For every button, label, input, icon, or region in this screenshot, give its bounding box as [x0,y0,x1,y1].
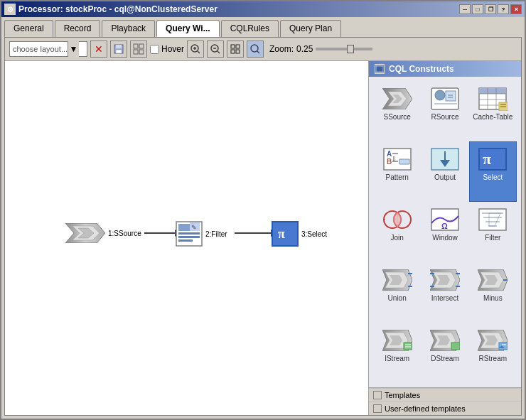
save-button[interactable] [110,41,127,58]
select-construct-icon: π [478,146,508,172]
hover-checkbox-group: Hover [150,44,184,54]
svg-rect-17 [236,50,240,53]
hover-checkbox[interactable] [150,45,159,54]
construct-window[interactable]: Ω Window [421,202,468,262]
construct-dstream[interactable]: DStream [421,323,468,383]
construct-select[interactable]: π Select [469,141,517,202]
svg-rect-14 [231,45,235,48]
svg-text:π: π [483,150,491,168]
right-panel: CQL Constructs [368,61,521,415]
tab-querywin[interactable]: Query Wi... [156,20,220,37]
rstream-construct-icon [478,328,508,353]
construct-minus[interactable]: Minus [469,262,517,323]
minus-construct-icon [478,267,508,293]
tab-queryplan[interactable]: Query Plan [280,20,341,37]
construct-union-label: Union [388,294,407,302]
construct-union[interactable]: Union [373,262,421,323]
svg-text:π: π [278,227,285,241]
construct-window-label: Window [432,234,458,242]
grid-button[interactable] [130,41,147,58]
tab-record[interactable]: Record [55,20,101,37]
zoom-slider-container [316,48,372,50]
svg-rect-31 [375,65,384,72]
construct-filter[interactable]: Filter [469,202,517,262]
maximize-button[interactable]: □ [472,4,483,14]
svg-text:Ω: Ω [441,222,448,230]
rsource-construct-icon [430,86,460,112]
panel-title: CQL Constructs [389,64,454,74]
templates-icon [373,391,382,399]
templates-label: Templates [385,391,420,399]
svg-rect-94 [404,343,412,350]
dstream-construct-icon [430,328,460,353]
svg-rect-1 [116,45,122,48]
minimize-button[interactable]: ─ [459,4,471,14]
svg-rect-24 [178,224,190,231]
svg-rect-5 [134,50,138,54]
svg-rect-104 [499,343,508,350]
main-window: ⚙ Processor: stockProc - cql@NonClustere… [0,0,526,420]
constructs-grid: SSource [369,77,521,387]
construct-filter-label: Filter [485,234,500,242]
node-ssource[interactable]: 1:SSource [65,223,141,243]
construct-ssource-label: SSource [383,113,410,121]
zoom-section: Zoom: 0.25 [269,44,313,54]
svg-rect-2 [116,50,122,53]
user-defined-templates-item[interactable]: User-defined templates [369,402,521,415]
arrow-filter-select [235,232,272,234]
construct-join[interactable]: Join [373,202,421,262]
layout-dropdown[interactable]: choose layout... ▼ [9,41,87,57]
construct-dstream-label: DStream [431,355,458,362]
fit-button[interactable] [227,41,244,58]
title-bar: ⚙ Processor: stockProc - cql@NonClustere… [1,1,525,17]
close-button[interactable]: ✕ [510,4,522,14]
canvas[interactable]: 1:SSource ✎ [5,61,368,415]
svg-text:B: B [387,158,392,166]
construct-output[interactable]: Output [421,141,468,202]
join-construct-icon [382,207,412,232]
svg-rect-4 [139,44,144,48]
zoom-in-button[interactable] [187,41,204,58]
construct-select-label: Select [483,173,503,181]
tab-cqlrules[interactable]: CQLRules [221,20,279,37]
svg-line-10 [198,51,200,53]
construct-rstream[interactable]: RStream [469,323,517,383]
construct-ssource[interactable]: SSource [373,81,421,141]
svg-rect-100 [451,343,460,350]
construct-istream[interactable]: IStream [373,323,421,383]
svg-rect-6 [139,50,144,54]
construct-rsource[interactable]: RSource [421,81,468,141]
tab-playback[interactable]: Playback [102,20,155,37]
construct-rsource-label: RSource [431,113,459,121]
node-filter[interactable]: ✎ 2:Filter [176,221,227,247]
restore-button[interactable]: ❐ [485,4,496,14]
delete-button[interactable]: ✕ [90,41,107,58]
zoom-slider[interactable] [316,48,372,50]
help-button[interactable]: ? [498,4,509,14]
svg-point-18 [251,45,258,52]
svg-line-13 [218,51,220,53]
tab-general[interactable]: General [4,20,53,37]
construct-intersect-label: Intersect [431,294,458,302]
zoom-thumb[interactable] [347,45,354,53]
output-construct-icon [430,146,460,172]
construct-cache-table[interactable]: Cache-Table [469,81,517,141]
panel-header: CQL Constructs [369,61,521,77]
layout-label: choose layout... [13,45,68,53]
dropdown-arrow[interactable]: ▼ [68,41,79,57]
svg-marker-58 [399,159,409,164]
construct-pattern[interactable]: A B Pattern [373,141,421,202]
intersect-construct-icon [430,267,460,293]
search-button[interactable] [247,41,264,58]
node-select[interactable]: π 3:Select [272,221,327,247]
construct-istream-label: IStream [385,355,409,362]
svg-rect-3 [134,44,138,48]
filter-construct-icon [478,207,508,232]
zoom-out-button[interactable] [207,41,224,58]
window-title: Processor: stockProc - cql@NonClusteredS… [18,4,218,14]
arrow-ssource-filter [144,232,176,234]
construct-rstream-label: RStream [479,355,507,362]
construct-intersect[interactable]: Intersect [421,262,468,323]
templates-item[interactable]: Templates [369,388,521,402]
main-content: choose layout... ▼ ✕ [4,37,522,416]
